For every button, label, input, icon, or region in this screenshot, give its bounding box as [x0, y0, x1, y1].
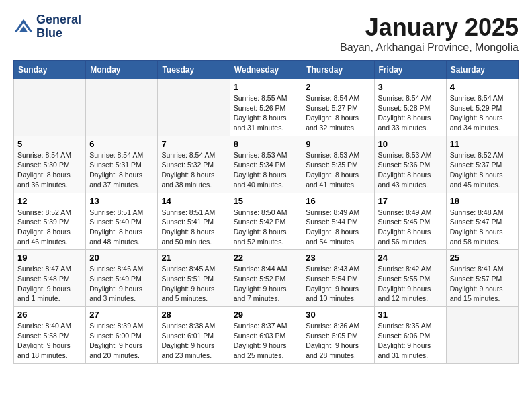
day-info: Sunrise: 8:52 AM Sunset: 5:37 PM Dayligh… — [450, 150, 515, 190]
day-info: Sunrise: 8:39 AM Sunset: 6:00 PM Dayligh… — [89, 321, 154, 361]
day-number: 26 — [17, 310, 82, 320]
header-monday: Monday — [86, 61, 158, 79]
day-info: Sunrise: 8:44 AM Sunset: 5:52 PM Dayligh… — [234, 264, 299, 304]
table-row: 26Sunrise: 8:40 AM Sunset: 5:58 PM Dayli… — [14, 307, 86, 364]
day-number: 24 — [378, 253, 443, 263]
logo: General Blue — [13, 13, 81, 40]
day-info: Sunrise: 8:46 AM Sunset: 5:49 PM Dayligh… — [89, 264, 154, 304]
day-info: Sunrise: 8:38 AM Sunset: 6:01 PM Dayligh… — [161, 321, 226, 361]
day-number: 10 — [378, 139, 443, 149]
day-number: 17 — [378, 196, 443, 206]
day-number: 19 — [17, 253, 82, 263]
day-number: 5 — [17, 139, 82, 149]
table-row: 15Sunrise: 8:50 AM Sunset: 5:42 PM Dayli… — [230, 193, 302, 250]
day-number: 2 — [306, 82, 370, 92]
day-info: Sunrise: 8:54 AM Sunset: 5:27 PM Dayligh… — [306, 93, 370, 133]
table-row: 4Sunrise: 8:54 AM Sunset: 5:29 PM Daylig… — [446, 79, 518, 136]
calendar-week-row: 1Sunrise: 8:55 AM Sunset: 5:26 PM Daylig… — [14, 79, 519, 136]
day-number: 25 — [450, 253, 515, 263]
day-info: Sunrise: 8:40 AM Sunset: 5:58 PM Dayligh… — [17, 321, 82, 361]
day-number: 27 — [89, 310, 154, 320]
day-info: Sunrise: 8:41 AM Sunset: 5:57 PM Dayligh… — [450, 264, 515, 304]
calendar-week-row: 5Sunrise: 8:54 AM Sunset: 5:30 PM Daylig… — [14, 136, 519, 193]
table-row: 5Sunrise: 8:54 AM Sunset: 5:30 PM Daylig… — [14, 136, 86, 193]
header-friday: Friday — [374, 61, 446, 79]
day-info: Sunrise: 8:54 AM Sunset: 5:30 PM Dayligh… — [17, 150, 82, 190]
day-info: Sunrise: 8:52 AM Sunset: 5:39 PM Dayligh… — [17, 208, 82, 247]
day-number: 7 — [161, 139, 226, 149]
header-thursday: Thursday — [302, 61, 374, 79]
table-row: 10Sunrise: 8:53 AM Sunset: 5:36 PM Dayli… — [374, 136, 446, 193]
month-title: January 2025 — [340, 13, 519, 42]
day-number: 28 — [161, 310, 226, 320]
day-info: Sunrise: 8:50 AM Sunset: 5:42 PM Dayligh… — [234, 208, 299, 247]
header-tuesday: Tuesday — [158, 61, 230, 79]
day-number: 22 — [234, 253, 299, 263]
table-row: 30Sunrise: 8:36 AM Sunset: 6:05 PM Dayli… — [302, 307, 374, 364]
day-info: Sunrise: 8:54 AM Sunset: 5:32 PM Dayligh… — [161, 150, 226, 190]
day-info: Sunrise: 8:53 AM Sunset: 5:35 PM Dayligh… — [306, 150, 370, 190]
day-number: 11 — [450, 139, 515, 149]
table-row: 19Sunrise: 8:47 AM Sunset: 5:48 PM Dayli… — [14, 250, 86, 307]
header-sunday: Sunday — [14, 61, 86, 79]
header-saturday: Saturday — [446, 61, 518, 79]
day-info: Sunrise: 8:51 AM Sunset: 5:40 PM Dayligh… — [89, 208, 154, 247]
day-info: Sunrise: 8:54 AM Sunset: 5:28 PM Dayligh… — [378, 93, 443, 133]
logo-text: General Blue — [36, 13, 81, 40]
table-row: 16Sunrise: 8:49 AM Sunset: 5:44 PM Dayli… — [302, 193, 374, 250]
day-info: Sunrise: 8:49 AM Sunset: 5:44 PM Dayligh… — [306, 208, 370, 247]
day-number: 1 — [234, 82, 299, 92]
table-row: 24Sunrise: 8:42 AM Sunset: 5:55 PM Dayli… — [374, 250, 446, 307]
table-row: 23Sunrise: 8:43 AM Sunset: 5:54 PM Dayli… — [302, 250, 374, 307]
day-number: 16 — [306, 196, 370, 206]
day-number: 8 — [234, 139, 299, 149]
table-row: 25Sunrise: 8:41 AM Sunset: 5:57 PM Dayli… — [446, 250, 518, 307]
day-number: 9 — [306, 139, 370, 149]
logo-icon — [13, 17, 34, 37]
table-row: 12Sunrise: 8:52 AM Sunset: 5:39 PM Dayli… — [14, 193, 86, 250]
day-number: 14 — [161, 196, 226, 206]
table-row: 17Sunrise: 8:49 AM Sunset: 5:45 PM Dayli… — [374, 193, 446, 250]
page-header: General Blue January 2025 Bayan, Arkhang… — [13, 13, 519, 54]
table-row: 14Sunrise: 8:51 AM Sunset: 5:41 PM Dayli… — [158, 193, 230, 250]
day-number: 15 — [234, 196, 299, 206]
day-number: 29 — [234, 310, 299, 320]
table-row: 20Sunrise: 8:46 AM Sunset: 5:49 PM Dayli… — [86, 250, 158, 307]
table-row: 3Sunrise: 8:54 AM Sunset: 5:28 PM Daylig… — [374, 79, 446, 136]
table-row: 31Sunrise: 8:35 AM Sunset: 6:06 PM Dayli… — [374, 307, 446, 364]
title-block: January 2025 Bayan, Arkhangai Province, … — [340, 13, 519, 54]
day-info: Sunrise: 8:48 AM Sunset: 5:47 PM Dayligh… — [450, 208, 515, 247]
location: Bayan, Arkhangai Province, Mongolia — [340, 42, 519, 54]
table-row: 11Sunrise: 8:52 AM Sunset: 5:37 PM Dayli… — [446, 136, 518, 193]
table-row — [446, 307, 518, 364]
day-number: 4 — [450, 82, 515, 92]
day-number: 3 — [378, 82, 443, 92]
day-info: Sunrise: 8:55 AM Sunset: 5:26 PM Dayligh… — [234, 93, 299, 133]
day-number: 6 — [89, 139, 154, 149]
day-info: Sunrise: 8:45 AM Sunset: 5:51 PM Dayligh… — [161, 264, 226, 304]
table-row: 21Sunrise: 8:45 AM Sunset: 5:51 PM Dayli… — [158, 250, 230, 307]
day-number: 21 — [161, 253, 226, 263]
day-info: Sunrise: 8:43 AM Sunset: 5:54 PM Dayligh… — [306, 264, 370, 304]
day-info: Sunrise: 8:51 AM Sunset: 5:41 PM Dayligh… — [161, 208, 226, 247]
day-info: Sunrise: 8:36 AM Sunset: 6:05 PM Dayligh… — [306, 321, 370, 361]
table-row — [14, 79, 86, 136]
table-row: 27Sunrise: 8:39 AM Sunset: 6:00 PM Dayli… — [86, 307, 158, 364]
table-row: 28Sunrise: 8:38 AM Sunset: 6:01 PM Dayli… — [158, 307, 230, 364]
day-number: 30 — [306, 310, 370, 320]
day-info: Sunrise: 8:42 AM Sunset: 5:55 PM Dayligh… — [378, 264, 443, 304]
calendar-header-row: Sunday Monday Tuesday Wednesday Thursday… — [14, 61, 519, 79]
day-number: 13 — [89, 196, 154, 206]
day-number: 18 — [450, 196, 515, 206]
table-row: 1Sunrise: 8:55 AM Sunset: 5:26 PM Daylig… — [230, 79, 302, 136]
table-row: 9Sunrise: 8:53 AM Sunset: 5:35 PM Daylig… — [302, 136, 374, 193]
table-row: 18Sunrise: 8:48 AM Sunset: 5:47 PM Dayli… — [446, 193, 518, 250]
day-info: Sunrise: 8:37 AM Sunset: 6:03 PM Dayligh… — [234, 321, 299, 361]
day-number: 31 — [378, 310, 443, 320]
day-number: 23 — [306, 253, 370, 263]
table-row — [86, 79, 158, 136]
table-row: 22Sunrise: 8:44 AM Sunset: 5:52 PM Dayli… — [230, 250, 302, 307]
day-number: 12 — [17, 196, 82, 206]
calendar-week-row: 12Sunrise: 8:52 AM Sunset: 5:39 PM Dayli… — [14, 193, 519, 250]
day-number: 20 — [89, 253, 154, 263]
